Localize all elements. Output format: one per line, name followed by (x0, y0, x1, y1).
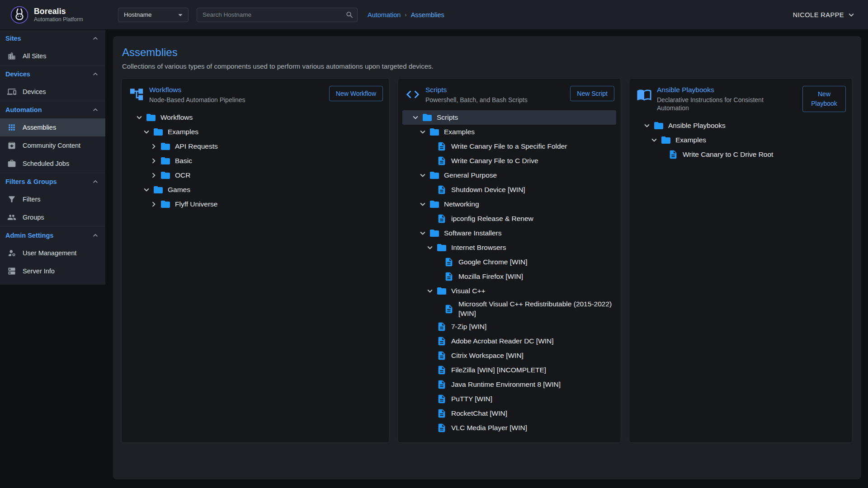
top-header: Borealis Automation Platform Hostname Au… (0, 0, 868, 30)
page-subtitle: Collections of various types of componen… (122, 62, 853, 70)
scripts-card: Scripts Powershell, Batch, and Bash Scri… (397, 78, 621, 443)
tree-item[interactable]: Citrix Workspace [WIN] (402, 348, 616, 363)
folder-icon (660, 135, 672, 145)
sidebar-item-filters[interactable]: Filters (0, 190, 105, 208)
chevron-down-icon[interactable] (417, 199, 429, 209)
sidebar-section-header-devices[interactable]: Devices (0, 66, 105, 83)
tree-item[interactable]: Scripts (402, 110, 616, 125)
tree-item-label: Java Runtime Environment 8 [WIN] (451, 379, 561, 390)
sidebar-section-header-sites[interactable]: Sites (0, 30, 105, 47)
sidebar-item-server-info[interactable]: Server Info (0, 262, 105, 280)
sidebar-section-filters-groups: Filters & Groups Filters Groups (0, 173, 105, 226)
tree-item[interactable]: Java Runtime Environment 8 [WIN] (402, 377, 616, 392)
tree-item[interactable]: Write Canary File to C Drive (402, 154, 616, 168)
folder-icon (160, 199, 171, 210)
chevron-down-icon[interactable] (424, 286, 436, 296)
tree-item[interactable]: API Requests (126, 139, 385, 154)
tree-item[interactable]: 7-Zip [WIN] (402, 319, 616, 334)
sidebar-item-all-sites[interactable]: All Sites (0, 47, 105, 65)
sidebar-section-label: Sites (5, 35, 21, 42)
user-menu[interactable]: NICOLE RAPPE (793, 10, 856, 20)
search-icon[interactable] (345, 10, 354, 19)
tree-item-label: General Purpose (444, 169, 497, 181)
tree-item[interactable]: Shutdown Device [WIN] (402, 183, 616, 197)
chevron-down-icon[interactable] (410, 113, 421, 122)
sidebar-section-header-automation[interactable]: Automation (0, 101, 105, 118)
tree-item[interactable]: Basic (126, 154, 385, 168)
tree-item[interactable]: Flyff Universe (126, 197, 385, 211)
tree-item[interactable]: Mozilla Firefox [WIN] (402, 269, 616, 284)
sidebar-inner: Sites All Sites Devices (0, 30, 105, 285)
chevron-right-icon[interactable] (148, 199, 160, 209)
tree-item[interactable]: Examples (402, 125, 616, 139)
tree-item[interactable]: Ansible Playbooks (634, 118, 848, 133)
sidebar-section-header-admin-settings[interactable]: Admin Settings (0, 227, 105, 244)
tree-item-label: Visual C++ (451, 285, 486, 297)
chevron-down-icon[interactable] (417, 170, 429, 180)
tree-item-label: Adobe Acrobat Reader DC [WIN] (451, 335, 554, 347)
sidebar-item-community-content[interactable]: Community Content (0, 136, 105, 155)
tree-item[interactable]: Networking (402, 197, 616, 211)
tree-item[interactable]: Adobe Acrobat Reader DC [WIN] (402, 334, 616, 348)
sidebar-item-devices[interactable]: Devices (0, 83, 105, 101)
filter-funnel-icon (7, 194, 17, 204)
sidebar-item-assemblies[interactable]: Assemblies (0, 118, 105, 136)
chevron-down-icon[interactable] (648, 135, 660, 145)
sidebar: Sites All Sites Devices (0, 30, 105, 285)
tree-item[interactable]: Software Installers (402, 226, 616, 240)
tree-item[interactable]: ipconfig Release & Renew (402, 211, 616, 226)
file-icon (436, 408, 448, 418)
breadcrumb-automation[interactable]: Automation (368, 11, 401, 19)
tree-item-label: OCR (175, 169, 190, 181)
tree-item[interactable]: FileZilla [WIN] [INCOMPLETE] (402, 363, 616, 377)
tree-item[interactable]: Examples (634, 133, 848, 147)
folder-icon (653, 120, 665, 131)
tree-item[interactable]: Write Canary File to a Specific Folder (402, 139, 616, 154)
tree-item[interactable]: Microsoft Visual C++ Redistributable (20… (402, 298, 616, 319)
new-workflow-button[interactable]: New Workflow (329, 86, 383, 101)
sidebar-item-scheduled-jobs[interactable]: Scheduled Jobs (0, 155, 105, 173)
folder-icon (436, 242, 448, 253)
chevron-right-icon[interactable] (148, 141, 160, 151)
tree-item[interactable]: Visual C++ (402, 284, 616, 298)
tree-item[interactable]: Write Canary to C Drive Root (634, 147, 848, 162)
sidebar-item-groups[interactable]: Groups (0, 208, 105, 226)
sidebar-section-header-filters-groups[interactable]: Filters & Groups (0, 173, 105, 190)
new-playbook-button[interactable]: New Playbook (802, 86, 846, 112)
breadcrumb-assemblies[interactable]: Assemblies (411, 11, 444, 19)
tree-item[interactable]: Workflows (126, 110, 385, 125)
chevron-down-icon[interactable] (424, 243, 436, 253)
tree-item[interactable]: PuTTY [WIN] (402, 392, 616, 406)
sidebar-item-user-management[interactable]: User Management (0, 244, 105, 262)
tree-item[interactable]: OCR (126, 168, 385, 183)
tree-item[interactable]: RocketChat [WIN] (402, 406, 616, 421)
sidebar-item-label: All Sites (23, 52, 46, 60)
tree-item[interactable]: General Purpose (402, 168, 616, 183)
assembly-cards: Workflows Node-Based Automation Pipeline… (121, 78, 853, 443)
new-script-button[interactable]: New Script (570, 86, 614, 101)
tree-item[interactable]: Internet Browsers (402, 240, 616, 255)
chevron-down-icon[interactable] (141, 185, 152, 195)
scripts-card-title: Scripts (425, 86, 560, 94)
main-content: Assemblies Collections of various types … (105, 30, 868, 488)
chevron-down-icon[interactable] (141, 127, 152, 137)
chevron-right-icon[interactable] (148, 170, 160, 180)
tree-item[interactable]: Google Chrome [WIN] (402, 255, 616, 269)
chevron-up-icon (91, 105, 100, 114)
hostname-select[interactable]: Hostname (118, 8, 189, 22)
playbooks-card-header: Ansible Playbooks Declarative Instructio… (634, 84, 848, 112)
hostname-select-value: Hostname (124, 11, 152, 18)
chevron-right-icon[interactable] (148, 156, 160, 166)
brand[interactable]: Borealis Automation Platform (10, 5, 101, 24)
chevron-down-icon[interactable] (417, 127, 429, 137)
chevron-down-icon[interactable] (417, 228, 429, 238)
tree-item-label: Networking (444, 198, 479, 210)
tree-item-label: Software Installers (444, 227, 502, 239)
tree-item[interactable]: Examples (126, 125, 385, 139)
search-input[interactable] (197, 8, 358, 22)
chevron-down-icon[interactable] (133, 113, 145, 122)
chevron-down-icon[interactable] (641, 121, 653, 131)
tree-item[interactable]: VLC Media Player [WIN] (402, 421, 616, 435)
tree-item[interactable]: Games (126, 183, 385, 197)
user-gear-icon (7, 248, 17, 258)
